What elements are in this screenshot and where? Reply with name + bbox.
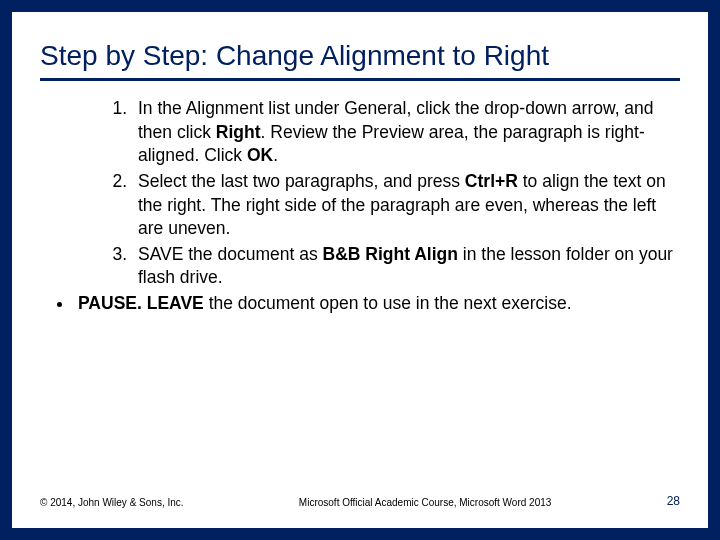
step-3-bold-filename: B&B Right Align	[323, 244, 458, 264]
step-1-text-e: .	[273, 145, 278, 165]
step-2-text-a: Select the last two paragraphs, and pres…	[138, 171, 465, 191]
bullet-pause: PAUSE. LEAVE the document open to use in…	[74, 292, 680, 316]
footer-copyright: © 2014, John Wiley & Sons, Inc.	[40, 497, 184, 508]
slide-content: In the Alignment list under General, cli…	[40, 97, 680, 494]
step-1-bold-right: Right	[216, 122, 261, 142]
step-3-text-a: SAVE the document as	[138, 244, 323, 264]
footer-course: Microsoft Official Academic Course, Micr…	[184, 497, 667, 508]
step-2-bold-ctrlr: Ctrl+R	[465, 171, 518, 191]
slide-title: Step by Step: Change Alignment to Right	[40, 40, 680, 81]
bullet-list: PAUSE. LEAVE the document open to use in…	[62, 292, 680, 316]
bullet-text: the document open to use in the next exe…	[204, 293, 572, 313]
bullet-bold: PAUSE. LEAVE	[78, 293, 204, 313]
step-1: In the Alignment list under General, cli…	[132, 97, 680, 168]
step-2: Select the last two paragraphs, and pres…	[132, 170, 680, 241]
slide: Step by Step: Change Alignment to Right …	[12, 12, 708, 528]
step-3: SAVE the document as B&B Right Align in …	[132, 243, 680, 290]
slide-footer: © 2014, John Wiley & Sons, Inc. Microsof…	[40, 494, 680, 508]
step-1-bold-ok: OK	[247, 145, 273, 165]
footer-page-number: 28	[667, 494, 680, 508]
step-list: In the Alignment list under General, cli…	[110, 97, 680, 290]
